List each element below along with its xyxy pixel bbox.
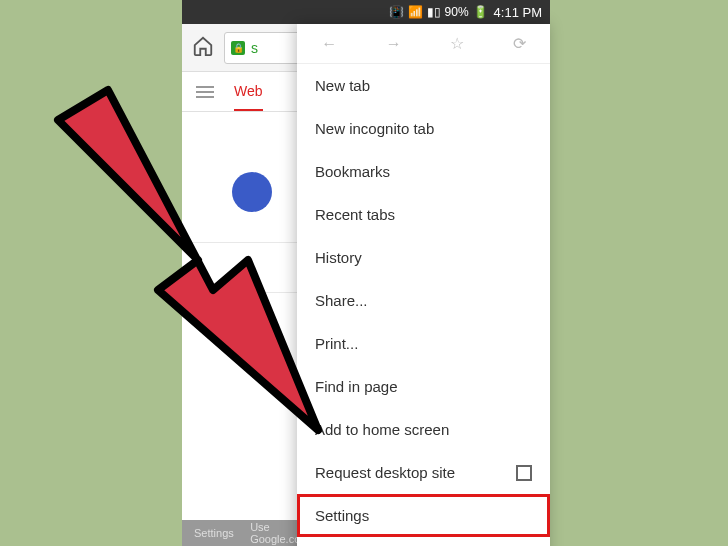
menu-item-recent-tabs[interactable]: Recent tabs bbox=[297, 193, 550, 236]
menu-item-label: Bookmarks bbox=[315, 163, 390, 180]
checkbox-icon[interactable] bbox=[516, 465, 532, 481]
back-icon[interactable]: ← bbox=[321, 35, 337, 53]
menu-item-share[interactable]: Share... bbox=[297, 279, 550, 322]
menu-item-request-desktop-site[interactable]: Request desktop site bbox=[297, 451, 550, 494]
url-text: s bbox=[251, 40, 258, 56]
menu-item-label: Find in page bbox=[315, 378, 398, 395]
menu-item-label: History bbox=[315, 249, 362, 266]
battery-percent: 90% bbox=[445, 5, 469, 19]
star-icon[interactable]: ☆ bbox=[450, 34, 464, 53]
overflow-menu: ← → ☆ ⟳ New tabNew incognito tabBookmark… bbox=[297, 24, 550, 546]
menu-item-settings[interactable]: Settings bbox=[297, 494, 550, 537]
menu-item-add-to-home-screen[interactable]: Add to home screen bbox=[297, 408, 550, 451]
forward-icon[interactable]: → bbox=[386, 35, 402, 53]
menu-item-label: Request desktop site bbox=[315, 464, 455, 481]
menu-item-new-tab[interactable]: New tab bbox=[297, 64, 550, 107]
wifi-icon: 📶 bbox=[408, 5, 423, 19]
menu-item-label: Add to home screen bbox=[315, 421, 449, 438]
menu-item-history[interactable]: History bbox=[297, 236, 550, 279]
battery-icon: 🔋 bbox=[473, 5, 488, 19]
signal-icon: ▮▯ bbox=[427, 5, 441, 19]
hamburger-icon[interactable] bbox=[196, 86, 214, 98]
menu-item-label: New tab bbox=[315, 77, 370, 94]
footer-settings: Settings bbox=[194, 527, 234, 539]
menu-item-print[interactable]: Print... bbox=[297, 322, 550, 365]
menu-item-label: Print... bbox=[315, 335, 358, 352]
menu-item-find-in-page[interactable]: Find in page bbox=[297, 365, 550, 408]
menu-item-label: Recent tabs bbox=[315, 206, 395, 223]
menu-item-label: Share... bbox=[315, 292, 368, 309]
menu-item-label: New incognito tab bbox=[315, 120, 434, 137]
phone-screen: 📳 📶 ▮▯ 90% 🔋 4:11 PM 🔒 s Web ← → ☆ ⟳ bbox=[182, 0, 550, 546]
menu-item-help-feedback[interactable]: Help & feedback bbox=[297, 537, 550, 546]
home-icon[interactable] bbox=[192, 35, 214, 61]
menu-item-new-incognito-tab[interactable]: New incognito tab bbox=[297, 107, 550, 150]
lock-icon: 🔒 bbox=[231, 41, 245, 55]
tab-web[interactable]: Web bbox=[234, 73, 263, 111]
android-status-bar: 📳 📶 ▮▯ 90% 🔋 4:11 PM bbox=[182, 0, 550, 24]
menu-item-label: Settings bbox=[315, 507, 369, 524]
menu-header: ← → ☆ ⟳ bbox=[297, 24, 550, 64]
vibrate-icon: 📳 bbox=[389, 5, 404, 19]
status-icons: 📳 📶 ▮▯ 90% 🔋 bbox=[389, 5, 488, 19]
clock: 4:11 PM bbox=[494, 5, 542, 20]
background-logo bbox=[232, 172, 272, 212]
menu-item-bookmarks[interactable]: Bookmarks bbox=[297, 150, 550, 193]
refresh-icon[interactable]: ⟳ bbox=[513, 34, 526, 53]
